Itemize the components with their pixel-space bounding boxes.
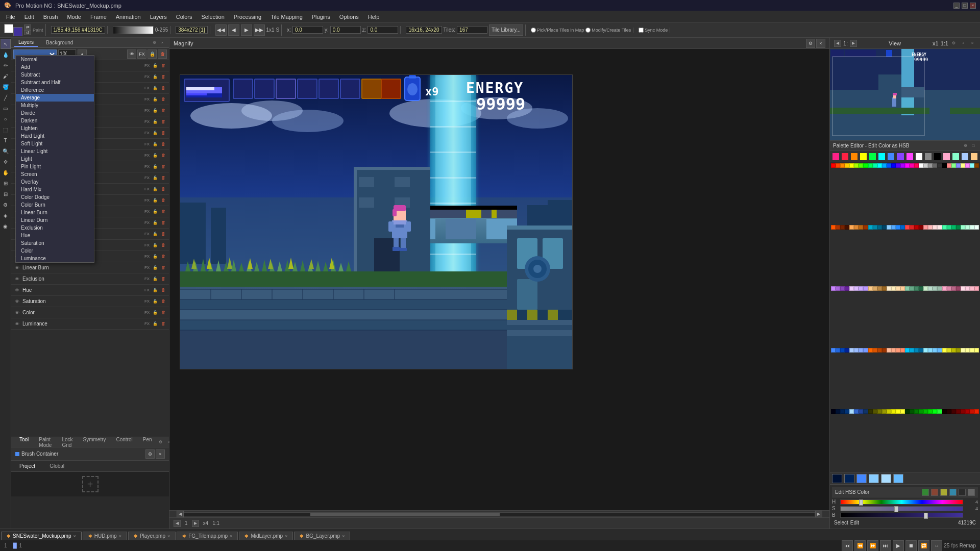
palette-cell-86[interactable] [933, 286, 937, 291]
palette-cell-152[interactable] [942, 409, 947, 414]
hscroll-thumb[interactable] [310, 513, 500, 516]
layer-fx-11[interactable]: FX [143, 186, 151, 193]
layer-eye-18[interactable]: 👁 [13, 264, 20, 271]
blend-colordodge[interactable]: Color Dodge [16, 193, 94, 201]
menu-processing[interactable]: Processing [230, 13, 265, 21]
palette-cell-70[interactable] [859, 286, 863, 291]
tool-layers-icon[interactable]: ⊟ [1, 189, 11, 199]
menu-layers[interactable]: Layers [146, 13, 171, 21]
palette-cell-146[interactable] [914, 409, 919, 414]
hsb-h-track[interactable] [840, 499, 963, 505]
palette-cell-156[interactable] [961, 409, 965, 414]
layer-fx-17[interactable]: FX [143, 253, 151, 260]
palette-cell-13[interactable] [891, 163, 896, 168]
palette-cell-133[interactable] [854, 409, 859, 414]
palette-cell-1[interactable] [836, 163, 840, 168]
blend-lighten[interactable]: Lighten [16, 124, 94, 132]
palette-cell-110[interactable] [896, 348, 900, 353]
palette-cell-38[interactable] [859, 225, 863, 230]
layer-del-4[interactable]: 🗑 [160, 107, 167, 114]
blend-hardlight[interactable]: Hard Light [16, 132, 94, 140]
palette-color-yellow[interactable] [860, 153, 867, 161]
palette-cell-39[interactable] [863, 225, 868, 230]
nav-end-button[interactable]: ▶▶ [254, 24, 265, 36]
layer-eye-22[interactable]: 👁 [13, 309, 20, 316]
sub-tab-paint[interactable]: Paint Mode [34, 436, 57, 449]
layer-lock-3[interactable]: 🔒 [152, 96, 159, 103]
reset-colors-button[interactable]: ↺ [24, 30, 31, 35]
anim-loop-btn[interactable]: 🔁 [918, 540, 929, 552]
palette-cell-4[interactable] [849, 163, 854, 168]
palette-expand-icon[interactable]: □ [970, 142, 977, 149]
hsb-s-thumb[interactable] [894, 506, 898, 512]
layer-del-12[interactable]: 🗑 [160, 197, 167, 204]
layer-fx-1[interactable]: FX [143, 73, 151, 81]
hsb-edit-btn[interactable]: Edit [850, 520, 859, 525]
palette-cell-80[interactable] [905, 286, 910, 291]
palette-cell-111[interactable] [900, 348, 905, 353]
palette-cell-66[interactable] [840, 286, 845, 291]
palette-cell-41[interactable] [873, 225, 877, 230]
palette-cell-147[interactable] [919, 409, 923, 414]
palette-cell-54[interactable] [933, 225, 937, 230]
blend-multiply[interactable]: Multiply [16, 102, 94, 109]
layer-item-19[interactable]: 👁 Exclusion FX 🔒 🗑 [11, 273, 169, 285]
layer-item-20[interactable]: 👁 Hue FX 🔒 🗑 [11, 285, 169, 296]
palette-cell-155[interactable] [956, 409, 961, 414]
tool-dropper[interactable]: 💧 [1, 49, 11, 60]
gradient-bar[interactable] [113, 26, 154, 34]
palette-color-pink[interactable] [832, 153, 840, 161]
layer-fx-icon[interactable]: FX [137, 49, 146, 59]
blend-linearlight[interactable]: Linear Light [16, 147, 94, 155]
palette-cell-106[interactable] [877, 348, 882, 353]
palette-color-lightpink[interactable] [943, 153, 950, 161]
menu-mode[interactable]: Mode [63, 13, 85, 21]
project-tab[interactable]: Project [14, 462, 40, 470]
palette-cell-130[interactable] [840, 409, 845, 414]
sub-tab-lockgrid[interactable]: Lock Grid [57, 436, 78, 449]
palette-cell-109[interactable] [891, 348, 896, 353]
layer-lock-14[interactable]: 🔒 [152, 219, 159, 227]
palette-cell-129[interactable] [836, 409, 840, 414]
blend-saturation[interactable]: Saturation [16, 239, 94, 247]
palette-cell-115[interactable] [919, 348, 923, 353]
palette-cell-6[interactable] [859, 163, 863, 168]
view-close-icon[interactable]: × [969, 40, 976, 47]
palette-cell-68[interactable] [849, 286, 854, 291]
palette-color-peach[interactable] [970, 153, 978, 161]
palette-cell-59[interactable] [956, 225, 961, 230]
palette-cell-116[interactable] [923, 348, 928, 353]
layer-fx-0[interactable]: FX [143, 62, 151, 69]
palette-cell-48[interactable] [905, 225, 910, 230]
bottom-tab-2[interactable]: ✱ Player.pmp × [128, 532, 176, 540]
palette-color-blue[interactable] [887, 153, 895, 161]
palette-cell-144[interactable] [905, 409, 910, 414]
palette-cell-36[interactable] [849, 225, 854, 230]
palette-cell-114[interactable] [914, 348, 919, 353]
palette-cell-139[interactable] [882, 409, 887, 414]
palette-cell-124[interactable] [961, 348, 965, 353]
blend-hardmix[interactable]: Hard Mix [16, 186, 94, 193]
sub-tab-control[interactable]: Control [111, 436, 138, 449]
tool-rect[interactable]: ▭ [1, 103, 11, 113]
layer-fx-18[interactable]: FX [143, 264, 151, 271]
palette-cell-31[interactable] [974, 163, 979, 168]
blend-colorburn[interactable]: Color Burn [16, 201, 94, 209]
bottom-tab-5[interactable]: ✱ BG_Layer.pmp × [294, 532, 350, 540]
anim-forward-btn[interactable]: ⏩ [867, 540, 878, 552]
brush-panel-close-icon[interactable]: × [156, 449, 165, 459]
palette-cell-17[interactable] [910, 163, 914, 168]
layer-fx-5[interactable]: FX [143, 118, 151, 126]
bottom-tab-4[interactable]: ✱ MidLayer.pmp × [239, 532, 293, 540]
palette-cell-112[interactable] [905, 348, 910, 353]
sub-tab-pen[interactable]: Pen [138, 436, 157, 449]
selected-color-4[interactable] [869, 474, 879, 483]
background-tab[interactable]: Background [42, 39, 77, 46]
palette-cell-88[interactable] [942, 286, 947, 291]
layer-lock-2[interactable]: 🔒 [152, 85, 159, 92]
palette-cell-135[interactable] [863, 409, 868, 414]
palette-cell-97[interactable] [836, 348, 840, 353]
blend-linearburn[interactable]: Linear Burn [16, 209, 94, 216]
palette-cell-5[interactable] [854, 163, 859, 168]
layer-eye-19[interactable]: 👁 [13, 276, 20, 283]
